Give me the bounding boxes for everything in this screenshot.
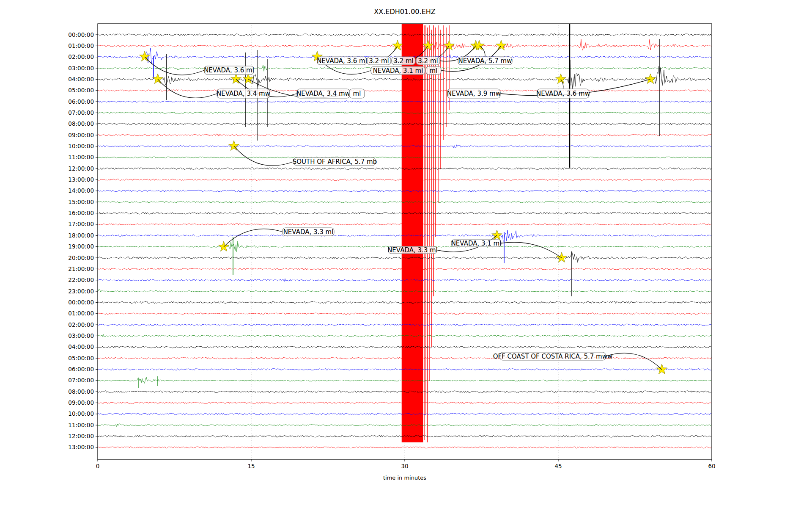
y-tick-label: 11:00:00 <box>68 422 94 428</box>
event-annotation-label: NEVADA, 3.6 ml <box>204 66 254 74</box>
event-annotation-label: NEVADA, 3.9 mw <box>447 90 501 97</box>
y-tick-label: 08:00:00 <box>68 120 94 127</box>
y-tick-label: 05:00:00 <box>68 355 94 362</box>
screenshot-root: XX.EDH01.00.EHZ NEVADA, 3.6 mlNEVADA, 3.… <box>0 0 812 508</box>
x-tick-label: 60 <box>708 463 715 469</box>
y-tick-label: 01:00:00 <box>68 310 94 317</box>
y-tick-label: 23:00:00 <box>68 288 94 295</box>
y-tick-label: 05:00:00 <box>68 87 94 94</box>
event-annotation-label: NEVADA, 3.4 mw <box>296 90 350 97</box>
event-star-icon <box>496 40 507 50</box>
event-annotation-label: OFF COAST OF COSTA RICA, 5.7 mww <box>493 353 612 360</box>
y-tick-label: 06:00:00 <box>68 366 94 373</box>
y-tick-label: 11:00:00 <box>68 154 94 160</box>
y-tick-label: 00:00:00 <box>68 299 94 306</box>
event-star-icon <box>243 74 254 84</box>
y-tick-label: 08:00:00 <box>68 388 94 395</box>
x-tick-label: 15 <box>247 463 255 469</box>
event-annotation-label: NEVADA, 3.6 ml <box>317 57 367 65</box>
event-star-icon <box>219 241 229 251</box>
y-tick-label: 07:00:00 <box>68 109 94 116</box>
event-star-icon <box>556 74 566 84</box>
y-tick-label: 13:00:00 <box>68 176 94 183</box>
y-tick-label: 21:00:00 <box>68 265 94 272</box>
y-tick-label: 00:00:00 <box>68 31 94 38</box>
y-tick-label: 15:00:00 <box>68 199 94 205</box>
x-tick-label: 45 <box>554 463 562 469</box>
annotation-connector <box>224 229 283 247</box>
y-tick-label: 10:00:00 <box>68 410 94 417</box>
annotation-connector <box>501 242 562 258</box>
helicorder-plot: NEVADA, 3.6 mlNEVADA, 3.4 mwNEVADA, 3.4 … <box>0 0 812 508</box>
y-tick-label: 12:00:00 <box>68 165 94 172</box>
y-tick-label: 22:00:00 <box>68 276 94 283</box>
y-tick-label: 02:00:00 <box>68 321 94 328</box>
y-tick-label: 20:00:00 <box>68 254 94 261</box>
y-tick-label: 19:00:00 <box>68 243 94 250</box>
x-tick-label: 0 <box>96 463 100 469</box>
event-annotation-label: ml <box>353 90 361 97</box>
y-tick-label: 09:00:00 <box>68 399 94 406</box>
event-annotation-label: NEVADA, 3.1 ml <box>451 240 502 247</box>
y-tick-label: 14:00:00 <box>68 187 94 194</box>
event-annotation-label: 3.2 ml <box>369 57 389 65</box>
y-tick-label: 18:00:00 <box>68 232 94 239</box>
event-annotation-label: 3.2 ml <box>393 57 413 65</box>
event-star-icon <box>392 40 403 50</box>
y-tick-label: 03:00:00 <box>68 332 94 339</box>
annotation-connector <box>234 146 294 166</box>
y-tick-label: 02:00:00 <box>68 53 94 60</box>
event-annotation-label: ml <box>430 67 438 75</box>
x-axis-label: time in minutes <box>98 475 712 481</box>
y-tick-label: 06:00:00 <box>68 98 94 105</box>
y-tick-label: 07:00:00 <box>68 377 94 384</box>
event-star-icon <box>229 141 239 151</box>
event-annotation-label: NEVADA, 5.7 mw <box>458 57 512 65</box>
y-tick-label: 01:00:00 <box>68 42 94 49</box>
y-tick-label: 13:00:00 <box>68 444 94 450</box>
y-tick-label: 10:00:00 <box>68 143 94 149</box>
event-annotation-label: NEVADA, 3.3 ml <box>387 246 438 254</box>
y-tick-label: 17:00:00 <box>68 221 94 227</box>
event-annotation-label: NEVADA, 3.3 ml <box>283 228 334 236</box>
event-star-icon <box>557 252 567 262</box>
event-annotation-label: NEVADA, 3.4 mw <box>217 90 270 97</box>
y-tick-label: 04:00:00 <box>68 76 94 83</box>
event-annotation-label: SOUTH OF AFRICA, 5.7 mb <box>293 158 377 166</box>
event-star-icon <box>645 74 656 84</box>
y-tick-label: 03:00:00 <box>68 65 94 72</box>
event-annotation-label: NEVADA, 3.6 mw <box>536 90 590 97</box>
annotation-connector <box>606 353 662 370</box>
y-tick-label: 12:00:00 <box>68 433 94 439</box>
saturated-event-block <box>402 24 423 442</box>
event-annotation-label: NEVADA, 3.1 ml <box>373 67 423 75</box>
event-star-icon <box>153 74 163 84</box>
event-annotation-label: 3.2 ml <box>418 57 438 65</box>
y-tick-label: 04:00:00 <box>68 343 94 350</box>
y-tick-label: 16:00:00 <box>68 210 94 216</box>
y-tick-label: 09:00:00 <box>68 132 94 138</box>
event-star-icon <box>231 74 241 84</box>
x-tick-label: 30 <box>401 463 408 469</box>
event-star-icon <box>657 364 667 374</box>
